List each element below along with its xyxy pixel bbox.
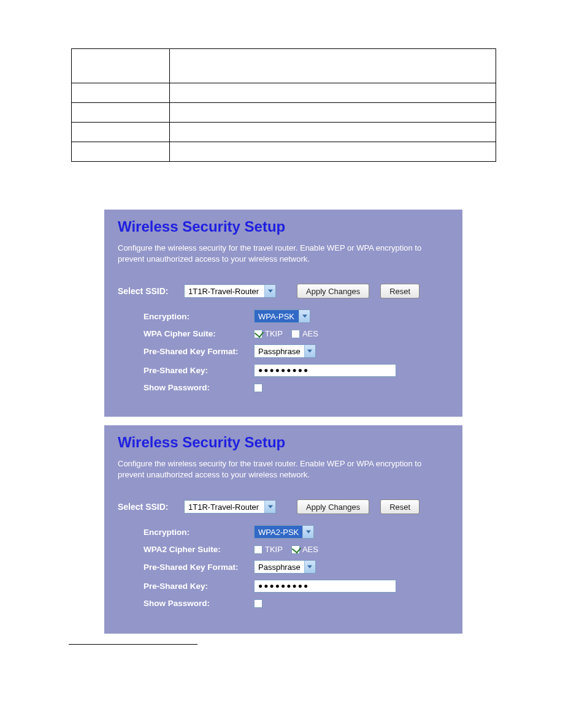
chevron-down-icon — [264, 501, 275, 513]
ssid-select[interactable]: 1T1R-Travel-Router — [184, 500, 276, 514]
parameter-table — [71, 48, 496, 162]
psk-format-value: Passphrase — [255, 345, 304, 357]
security-panel-wpa: Wireless Security Setup Configure the wi… — [104, 210, 462, 417]
chevron-down-icon — [299, 310, 310, 322]
aes-checkbox[interactable] — [291, 545, 300, 554]
page-description: Configure the wireless security for the … — [118, 458, 449, 480]
select-ssid-label: Select SSID: — [118, 502, 184, 512]
cipher-label: WPA2 Cipher Suite: — [144, 545, 254, 554]
ssid-select[interactable]: 1T1R-Travel-Router — [184, 284, 276, 298]
ssid-value: 1T1R-Travel-Router — [185, 501, 264, 513]
tkip-label: TKIP — [265, 545, 283, 554]
psk-label: Pre-Shared Key: — [144, 582, 254, 591]
ssid-value: 1T1R-Travel-Router — [185, 285, 264, 297]
tkip-label: TKIP — [265, 329, 283, 338]
encryption-value: WPA2-PSK — [255, 526, 302, 538]
encryption-select[interactable]: WPA2-PSK — [254, 525, 314, 539]
reset-button[interactable]: Reset — [380, 499, 419, 514]
tkip-checkbox[interactable] — [254, 330, 262, 338]
aes-label: AES — [302, 329, 318, 338]
show-password-checkbox[interactable] — [254, 599, 262, 608]
divider — [69, 644, 197, 645]
page-description: Configure the wireless security for the … — [118, 243, 449, 264]
reset-button[interactable]: Reset — [380, 284, 419, 298]
table-cell — [170, 49, 496, 83]
table-cell — [170, 142, 496, 162]
show-password-label: Show Password: — [144, 599, 254, 608]
table-cell — [170, 83, 496, 103]
manual-page: Wireless Security Setup Configure the wi… — [0, 0, 563, 728]
encryption-label: Encryption: — [144, 528, 254, 537]
chevron-down-icon — [304, 345, 315, 357]
chevron-down-icon — [302, 526, 313, 538]
table-cell — [72, 123, 170, 142]
table-cell — [72, 142, 170, 162]
page-title: Wireless Security Setup — [118, 434, 449, 451]
security-panel-wpa2: Wireless Security Setup Configure the wi… — [104, 425, 462, 634]
apply-changes-button[interactable]: Apply Changes — [297, 499, 369, 514]
encryption-select[interactable]: WPA-PSK — [254, 309, 310, 323]
show-password-checkbox[interactable] — [254, 384, 262, 392]
psk-format-label: Pre-Shared Key Format: — [144, 347, 254, 356]
apply-changes-button[interactable]: Apply Changes — [297, 284, 369, 298]
select-ssid-label: Select SSID: — [118, 286, 184, 296]
table-cell — [72, 49, 170, 83]
table-cell — [170, 123, 496, 142]
table-cell — [72, 103, 170, 123]
encryption-label: Encryption: — [144, 312, 254, 321]
chevron-down-icon — [304, 561, 315, 573]
psk-label: Pre-Shared Key: — [144, 366, 254, 375]
chevron-down-icon — [264, 285, 275, 297]
psk-format-select[interactable]: Passphrase — [254, 344, 316, 358]
tkip-checkbox[interactable] — [254, 545, 262, 554]
psk-format-label: Pre-Shared Key Format: — [144, 563, 254, 572]
show-password-label: Show Password: — [144, 383, 254, 392]
psk-format-select[interactable]: Passphrase — [254, 560, 316, 574]
psk-input[interactable]: ●●●●●●●●● — [254, 580, 396, 593]
encryption-value: WPA-PSK — [255, 310, 299, 322]
table-cell — [170, 103, 496, 123]
table-cell — [72, 83, 170, 103]
psk-input[interactable]: ●●●●●●●●● — [254, 364, 396, 377]
aes-checkbox[interactable] — [291, 330, 300, 338]
cipher-label: WPA Cipher Suite: — [144, 329, 254, 338]
psk-format-value: Passphrase — [255, 561, 304, 573]
aes-label: AES — [302, 545, 318, 554]
page-title: Wireless Security Setup — [118, 218, 449, 235]
